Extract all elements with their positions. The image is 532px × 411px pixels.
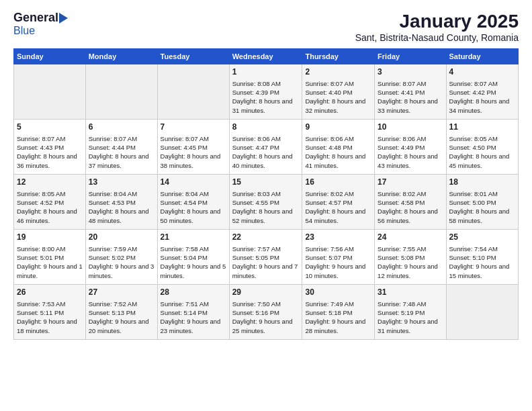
cell-info-line: Sunset: 4:40 PM <box>305 88 371 97</box>
day-number: 15 <box>232 177 300 188</box>
cell-info-line: Sunset: 4:45 PM <box>161 143 226 152</box>
calendar-week-2: 5Sunrise: 8:07 AMSunset: 4:43 PMDaylight… <box>14 120 519 175</box>
calendar-cell: 31Sunrise: 7:48 AMSunset: 5:19 PMDayligh… <box>375 285 446 340</box>
calendar-cell: 19Sunrise: 8:00 AMSunset: 5:01 PMDayligh… <box>14 230 86 285</box>
cell-info-line: Sunset: 4:43 PM <box>17 143 83 152</box>
day-number: 17 <box>378 177 443 188</box>
calendar-cell <box>446 285 518 340</box>
cell-info-line: Sunset: 4:41 PM <box>378 88 443 97</box>
calendar-cell: 18Sunrise: 8:01 AMSunset: 5:00 PMDayligh… <box>446 175 518 230</box>
day-number: 6 <box>89 122 154 133</box>
cell-info-line: Sunset: 5:11 PM <box>17 308 83 317</box>
cell-info-line: Sunset: 4:54 PM <box>161 198 226 207</box>
day-number: 2 <box>305 66 371 78</box>
cell-info-line: Sunrise: 8:05 AM <box>17 189 83 198</box>
cell-info-line: Sunset: 5:13 PM <box>89 308 154 317</box>
calendar-cell <box>157 64 229 120</box>
day-number: 14 <box>161 177 226 188</box>
cell-info-line: Sunset: 5:04 PM <box>161 253 226 262</box>
cell-info-line: Sunrise: 7:50 AM <box>232 300 300 308</box>
logo-arrow-icon <box>59 13 68 24</box>
calendar-cell: 9Sunrise: 8:06 AMSunset: 4:48 PMDaylight… <box>302 120 375 175</box>
header-saturday: Saturday <box>446 49 518 64</box>
calendar-header-row: Sunday Monday Tuesday Wednesday Thursday… <box>14 49 519 64</box>
calendar-cell: 3Sunrise: 8:07 AMSunset: 4:41 PMDaylight… <box>375 64 446 120</box>
header-thursday: Thursday <box>302 49 375 64</box>
cell-info-line: Sunrise: 7:49 AM <box>305 300 371 308</box>
cell-info-line: Daylight: 8 hours and 52 minutes. <box>232 207 300 225</box>
cell-info-line: Sunset: 4:52 PM <box>17 198 83 207</box>
cell-info-line: Sunset: 4:50 PM <box>449 143 515 152</box>
cell-info-line: Daylight: 8 hours and 58 minutes. <box>449 207 515 225</box>
day-number: 10 <box>378 122 443 133</box>
cell-info-line: Daylight: 8 hours and 33 minutes. <box>378 97 443 115</box>
calendar-subtitle: Sant, Bistrita-Nasaud County, Romania <box>355 32 519 43</box>
calendar-cell: 5Sunrise: 8:07 AMSunset: 4:43 PMDaylight… <box>14 120 86 175</box>
cell-info-line: Sunset: 4:55 PM <box>232 198 300 207</box>
day-number: 5 <box>17 122 83 133</box>
header: General Blue January 2025 Sant, Bistrita… <box>13 11 519 43</box>
cell-info-line: Daylight: 9 hours and 15 minutes. <box>449 262 515 280</box>
calendar-cell: 27Sunrise: 7:52 AMSunset: 5:13 PMDayligh… <box>85 285 157 340</box>
cell-info-line: Sunrise: 8:07 AM <box>89 134 154 143</box>
cell-info-line: Daylight: 9 hours and 12 minutes. <box>378 262 443 280</box>
day-number: 24 <box>378 232 443 243</box>
cell-info-line: Daylight: 8 hours and 37 minutes. <box>89 152 154 170</box>
calendar-week-5: 26Sunrise: 7:53 AMSunset: 5:11 PMDayligh… <box>14 285 519 340</box>
title-block: January 2025 Sant, Bistrita-Nasaud Count… <box>355 11 519 43</box>
cell-info-line: Sunrise: 8:07 AM <box>305 79 371 88</box>
cell-info-line: Daylight: 9 hours and 28 minutes. <box>305 317 371 335</box>
cell-info-line: Sunset: 4:44 PM <box>89 143 154 152</box>
cell-info-line: Daylight: 8 hours and 38 minutes. <box>161 152 226 170</box>
cell-info-line: Sunrise: 7:54 AM <box>449 244 515 253</box>
cell-info-line: Daylight: 9 hours and 20 minutes. <box>89 317 154 335</box>
cell-info-line: Sunrise: 8:02 AM <box>305 189 371 198</box>
calendar-title: January 2025 <box>355 11 519 32</box>
day-number: 18 <box>449 177 515 188</box>
cell-info-line: Daylight: 9 hours and 5 minutes. <box>161 262 226 280</box>
day-number: 30 <box>305 287 371 298</box>
day-number: 19 <box>17 232 83 243</box>
day-number: 9 <box>305 122 371 133</box>
cell-info-line: Sunset: 5:19 PM <box>378 308 443 317</box>
day-number: 11 <box>449 122 515 133</box>
calendar-cell: 28Sunrise: 7:51 AMSunset: 5:14 PMDayligh… <box>157 285 229 340</box>
cell-info-line: Sunrise: 8:01 AM <box>449 189 515 198</box>
day-number: 22 <box>232 232 300 243</box>
cell-info-line: Daylight: 8 hours and 34 minutes. <box>449 97 515 115</box>
logo-general: General <box>13 11 58 25</box>
cell-info-line: Sunrise: 8:08 AM <box>232 79 300 88</box>
day-number: 7 <box>161 122 226 133</box>
calendar-cell: 23Sunrise: 7:56 AMSunset: 5:07 PMDayligh… <box>302 230 375 285</box>
cell-info-line: Sunrise: 7:53 AM <box>17 300 83 308</box>
calendar-table: Sunday Monday Tuesday Wednesday Thursday… <box>13 48 519 340</box>
cell-info-line: Sunrise: 7:55 AM <box>378 244 443 253</box>
cell-info-line: Sunset: 4:39 PM <box>232 88 300 97</box>
cell-info-line: Sunset: 5:14 PM <box>161 308 226 317</box>
cell-info-line: Daylight: 8 hours and 36 minutes. <box>17 152 83 170</box>
cell-info-line: Sunrise: 8:07 AM <box>449 79 515 88</box>
cell-info-line: Daylight: 9 hours and 10 minutes. <box>305 262 371 280</box>
cell-info-line: Sunset: 4:57 PM <box>305 198 371 207</box>
cell-info-line: Sunrise: 8:07 AM <box>17 134 83 143</box>
cell-info-line: Daylight: 8 hours and 43 minutes. <box>378 152 443 170</box>
calendar-cell: 6Sunrise: 8:07 AMSunset: 4:44 PMDaylight… <box>85 120 157 175</box>
cell-info-line: Sunrise: 7:59 AM <box>89 244 154 253</box>
header-monday: Monday <box>85 49 157 64</box>
day-number: 8 <box>232 122 300 133</box>
calendar-cell <box>85 64 157 120</box>
calendar-cell: 8Sunrise: 8:06 AMSunset: 4:47 PMDaylight… <box>229 120 302 175</box>
calendar-cell: 13Sunrise: 8:04 AMSunset: 4:53 PMDayligh… <box>85 175 157 230</box>
day-number: 12 <box>17 177 83 188</box>
calendar-cell: 25Sunrise: 7:54 AMSunset: 5:10 PMDayligh… <box>446 230 518 285</box>
calendar-cell: 2Sunrise: 8:07 AMSunset: 4:40 PMDaylight… <box>302 64 375 120</box>
calendar-cell: 22Sunrise: 7:57 AMSunset: 5:05 PMDayligh… <box>229 230 302 285</box>
calendar-cell: 21Sunrise: 7:58 AMSunset: 5:04 PMDayligh… <box>157 230 229 285</box>
day-number: 20 <box>89 232 154 243</box>
cell-info-line: Daylight: 8 hours and 50 minutes. <box>161 207 226 225</box>
cell-info-line: Daylight: 8 hours and 56 minutes. <box>378 207 443 225</box>
header-sunday: Sunday <box>14 49 86 64</box>
cell-info-line: Sunrise: 7:48 AM <box>378 300 443 308</box>
cell-info-line: Daylight: 9 hours and 7 minutes. <box>232 262 300 280</box>
day-number: 13 <box>89 177 154 188</box>
